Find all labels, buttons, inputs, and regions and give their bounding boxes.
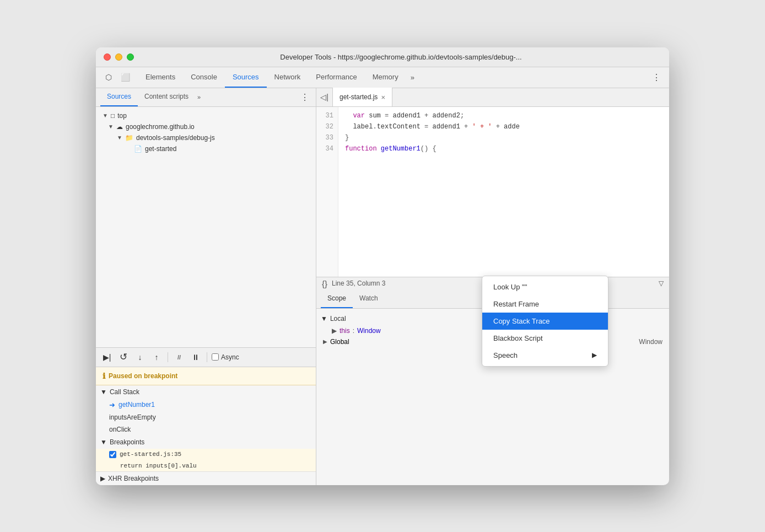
- scope-tab-watch[interactable]: Watch: [353, 289, 385, 308]
- ctx-speech[interactable]: Speech ▶: [482, 347, 608, 364]
- frame-icon: □: [111, 112, 115, 120]
- tree-arrow: ▼: [117, 135, 122, 141]
- minimize-button[interactable]: [115, 53, 122, 61]
- editor-tab-file[interactable]: get-started.js ×: [333, 88, 392, 106]
- async-checkbox[interactable]: [212, 353, 219, 361]
- file-icon: 📄: [134, 145, 142, 153]
- breakpoints-arrow: ▼: [100, 438, 107, 446]
- context-menu: Look Up "" Restart Frame Copy Stack Trac…: [482, 276, 608, 367]
- tree-item-domain[interactable]: ▼ ☁ googlechrome.github.io: [96, 121, 316, 132]
- breakpoint-item-0[interactable]: get-started.js:35: [96, 449, 316, 460]
- cursor-icon[interactable]: ⬡: [101, 70, 116, 84]
- tab-memory[interactable]: Memory: [365, 67, 406, 88]
- cursor-position: Line 35, Column 3: [332, 280, 385, 287]
- active-frame-arrow: ➜: [109, 401, 115, 409]
- xhr-arrow: ▶: [100, 475, 105, 482]
- device-icon[interactable]: ⬜: [118, 70, 132, 84]
- code-line-34: function getNumber1() {: [345, 143, 662, 154]
- devtools-window: Developer Tools - https://googlechrome.g…: [96, 47, 669, 485]
- tab-more-button[interactable]: »: [406, 69, 419, 86]
- call-stack-header[interactable]: ▼ Call Stack: [96, 385, 316, 399]
- tab-sources[interactable]: Sources: [225, 67, 267, 88]
- call-stack-item-2[interactable]: onClick: [96, 423, 316, 436]
- call-stack-item-0[interactable]: ➜ getNumber1: [96, 399, 316, 411]
- tab-performance[interactable]: Performance: [308, 67, 364, 88]
- step-into-button[interactable]: ↓: [133, 351, 147, 364]
- sub-tab-kebab[interactable]: ⋮: [298, 92, 311, 103]
- code-line-31: var sum = addend1 + addend2;: [345, 110, 662, 121]
- speech-submenu-arrow: ▶: [592, 351, 597, 359]
- collapse-navigator-button[interactable]: ◁|: [316, 88, 333, 106]
- code-editor[interactable]: 31 32 33 34 var sum = addend1 + addend2;…: [316, 107, 669, 277]
- folder-icon: 📁: [125, 134, 133, 142]
- file-tree: ▼ □ top ▼ ☁ googlechrome.github.io ▼ 📁 d…: [96, 107, 316, 347]
- code-line-33: }: [345, 132, 662, 143]
- resume-button[interactable]: ▶|: [100, 351, 114, 364]
- tab-elements[interactable]: Elements: [138, 67, 183, 88]
- pause-button[interactable]: ⏸: [189, 351, 202, 364]
- call-stack-arrow: ▼: [100, 388, 107, 396]
- this-arrow: ▶: [332, 327, 337, 335]
- step-over-button[interactable]: ↺: [117, 351, 130, 364]
- close-button[interactable]: [104, 53, 111, 61]
- maximize-button[interactable]: [127, 53, 134, 61]
- title-bar: Developer Tools - https://googlechrome.g…: [96, 47, 669, 67]
- tab-bar-icons: ⬡ ⬜: [101, 70, 132, 84]
- left-panel: Sources Content scripts » ⋮ ▼ □ top ▼ ☁: [96, 88, 316, 485]
- local-arrow: ▼: [321, 315, 327, 323]
- sources-sub-tab-bar: Sources Content scripts » ⋮: [96, 88, 316, 107]
- step-out-button[interactable]: ↑: [150, 351, 163, 364]
- call-stack-item-1[interactable]: inputsAreEmpty: [96, 411, 316, 423]
- breakpoints-header[interactable]: ▼ Breakpoints: [96, 436, 316, 449]
- line-num-34: 34: [316, 143, 338, 154]
- traffic-lights: [104, 53, 134, 61]
- tree-arrow: ▼: [103, 112, 108, 119]
- code-line-32: label.textContent = addend1 + ' + ' + ad…: [345, 121, 662, 132]
- editor-tab-close[interactable]: ×: [381, 93, 385, 101]
- ctx-restart-frame[interactable]: Restart Frame: [482, 295, 608, 313]
- cloud-icon: ☁: [116, 123, 123, 131]
- window-title: Developer Tools - https://googlechrome.g…: [141, 53, 661, 61]
- line-num-31: 31: [316, 110, 338, 121]
- tree-item-file[interactable]: 📄 get-started: [96, 143, 316, 154]
- tree-item-top[interactable]: ▼ □ top: [96, 110, 316, 121]
- main-area: Sources Content scripts » ⋮ ▼ □ top ▼ ☁: [96, 88, 669, 485]
- sub-tab-more[interactable]: »: [195, 90, 203, 104]
- panels-wrapper: ◁| get-started.js × 31 32 33 34: [316, 88, 669, 485]
- code-lines: var sum = addend1 + addend2; label.textC…: [338, 107, 669, 277]
- editor-tab-bar: ◁| get-started.js ×: [316, 88, 669, 107]
- tree-item-folder[interactable]: ▼ 📁 devtools-samples/debug-js: [96, 132, 316, 143]
- global-arrow: ▶: [323, 338, 327, 345]
- line-numbers: 31 32 33 34: [316, 107, 338, 277]
- breakpoint-banner: ℹ Paused on breakpoint: [96, 367, 316, 385]
- ctx-copy-stack-trace[interactable]: Copy Stack Trace: [482, 313, 608, 330]
- pretty-print-button[interactable]: {}: [322, 279, 327, 288]
- breakpoint-code-item: return inputs[0].valu: [96, 460, 316, 471]
- status-right-icon: ▽: [659, 280, 664, 287]
- sub-tab-sources[interactable]: Sources: [100, 88, 138, 106]
- xhr-breakpoints-header[interactable]: ▶ XHR Breakpoints: [96, 471, 316, 485]
- toolbar-separator-2: [207, 352, 207, 362]
- tree-arrow: ▼: [108, 123, 114, 130]
- scope-tab-scope[interactable]: Scope: [321, 289, 353, 308]
- debug-toolbar: ▶| ↺ ↓ ↑ // ⏸ Async: [96, 347, 316, 367]
- tab-network[interactable]: Network: [267, 67, 309, 88]
- info-icon: ℹ: [103, 372, 105, 380]
- sub-tab-content-scripts[interactable]: Content scripts: [138, 88, 195, 106]
- async-checkbox-label: Async: [212, 353, 239, 361]
- ctx-look-up[interactable]: Look Up "": [482, 278, 608, 295]
- deactivate-breakpoints-button[interactable]: //: [173, 351, 186, 364]
- line-num-32: 32: [316, 121, 338, 132]
- tab-menu-icon[interactable]: ⋮: [649, 70, 664, 84]
- ctx-blackbox-script[interactable]: Blackbox Script: [482, 330, 608, 347]
- main-tab-bar: ⬡ ⬜ Elements Console Sources Network Per…: [96, 67, 669, 88]
- line-num-33: 33: [316, 132, 338, 143]
- tab-console[interactable]: Console: [183, 67, 225, 88]
- toolbar-separator: [168, 352, 168, 362]
- breakpoint-checkbox[interactable]: [109, 451, 116, 458]
